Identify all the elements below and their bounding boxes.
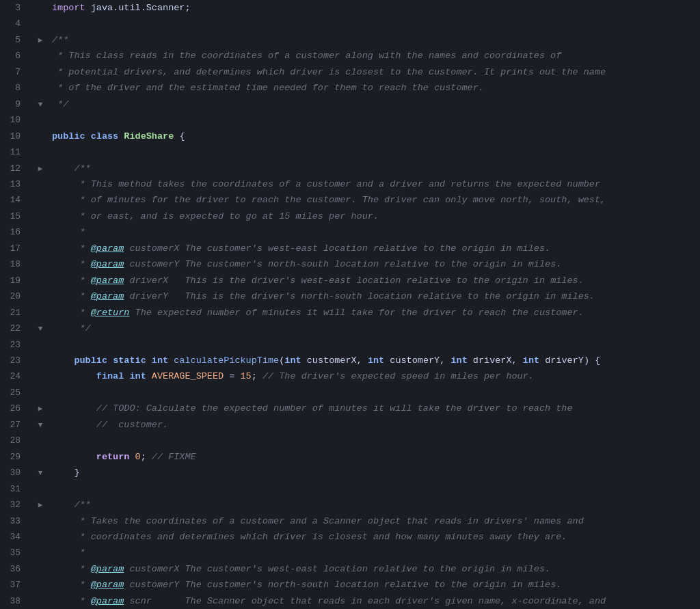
code-text-35: * Takes the coordinates of a customer an… [46, 514, 700, 529]
line-num-26: 24 [0, 369, 34, 384]
code-text-30 [46, 433, 700, 448]
line-num-14: 13 [0, 177, 34, 192]
line-num-30: 28 [0, 433, 34, 448]
code-text-24 [46, 338, 700, 353]
code-text-25: public static int calculatePickupTime(in… [46, 353, 700, 368]
fold-29[interactable]: ▼ [34, 418, 46, 433]
fold-32[interactable]: ▼ [34, 465, 46, 481]
code-text-18: * @param customerX The customer's west-e… [46, 241, 700, 256]
code-text-19: * @param customerY The customer's north-… [46, 257, 700, 272]
code-line-19: 18 * @param customerY The customer's nor… [0, 256, 700, 272]
code-line-37: 35 * [0, 545, 700, 560]
line-num-23: 22 [0, 321, 34, 336]
line-num-21: 20 [0, 289, 34, 304]
code-text-31: return 0; // FIXME [46, 450, 700, 465]
code-text-37: * [46, 545, 700, 560]
line-num-18: 17 [0, 241, 34, 256]
fold-28[interactable]: ▶ [34, 401, 46, 416]
code-text-23: */ [46, 321, 700, 336]
line-num-37: 35 [0, 545, 34, 560]
line-num-33: 31 [0, 482, 34, 497]
code-text-22: * @return The expected number of minutes… [46, 306, 700, 321]
code-text-9: */ [46, 97, 700, 112]
code-text-11: public class RideShare { [46, 129, 700, 144]
code-editor: 3 import java.util.Scanner; 4 5 ▶ /** 6 … [0, 0, 700, 609]
code-text-4 [46, 16, 700, 31]
line-num-8: 8 [0, 81, 34, 96]
code-text-5: /** [46, 33, 700, 48]
line-num-34: 32 [0, 498, 34, 513]
line-num-13: 12 [0, 161, 34, 176]
code-text-28: // TODO: Calculate the expected number o… [46, 401, 700, 416]
line-num-4: 4 [0, 16, 34, 31]
code-text-29: // customer. [46, 418, 700, 433]
code-text-36: * coordinates and determines which drive… [46, 530, 700, 545]
code-text-17: * [46, 225, 700, 240]
line-num-5: 5 [0, 33, 34, 48]
line-num-31: 29 [0, 450, 34, 465]
code-text-40: * @param scnr The Scanner object that re… [46, 594, 700, 609]
code-text-33 [46, 482, 700, 497]
code-text-16: * or east, and is expected to go at 15 m… [46, 209, 700, 224]
fold-34[interactable]: ▶ [34, 498, 46, 513]
code-line-3: 3 import java.util.Scanner; [0, 0, 700, 16]
code-line-31: 29 return 0; // FIXME [0, 449, 700, 465]
line-num-22: 21 [0, 306, 34, 321]
line-num-15: 14 [0, 193, 34, 208]
code-text-38: * @param customerX The customer's west-e… [46, 562, 700, 577]
line-num-24: 23 [0, 338, 34, 353]
code-text-8: * of the driver and the estimated time n… [46, 81, 700, 96]
code-line-34: 32 ▶ /** [0, 497, 700, 513]
fold-9[interactable]: ▼ [34, 97, 46, 112]
fold-13[interactable]: ▶ [34, 161, 46, 176]
line-num-10: 10 [0, 113, 34, 128]
line-num-9: 9 [0, 97, 34, 112]
line-num-7: 7 [0, 65, 34, 80]
code-line-12: 11 [0, 144, 700, 160]
line-num-39: 37 [0, 578, 34, 593]
line-num-40: 38 [0, 594, 34, 609]
code-text-12 [46, 145, 700, 160]
line-num-16: 15 [0, 209, 34, 224]
code-text-3: import java.util.Scanner; [46, 1, 700, 16]
code-line-30: 28 [0, 433, 700, 448]
line-num-25: 23 [0, 353, 34, 368]
code-line-16: 15 * or east, and is expected to go at 1… [0, 208, 700, 224]
code-line-25: 23 public static int calculatePickupTime… [0, 353, 700, 368]
code-line-6: 6 * This class reads in the coordinates … [0, 48, 700, 64]
code-line-8: 8 * of the driver and the estimated time… [0, 80, 700, 96]
line-num-28: 26 [0, 401, 34, 416]
code-line-7: 7 * potential drivers, and determines wh… [0, 64, 700, 80]
code-text-7: * potential drivers, and determines whic… [46, 65, 700, 80]
code-text-27 [46, 385, 700, 401]
code-line-21: 20 * @param driverY This is the driver's… [0, 288, 700, 304]
code-line-14: 13 * This method takes the coordinates o… [0, 176, 700, 192]
fold-23[interactable]: ▼ [34, 321, 46, 336]
code-text-14: * This method takes the coordinates of a… [46, 177, 700, 192]
code-text-13: /** [46, 161, 700, 176]
code-line-24: 23 [0, 337, 700, 353]
code-line-38: 36 * @param customerX The customer's wes… [0, 561, 700, 577]
code-text-21: * @param driverY This is the driver's no… [46, 289, 700, 304]
code-line-35: 33 * Takes the coordinates of a customer… [0, 513, 700, 529]
line-num-29: 27 [0, 418, 34, 433]
code-line-33: 31 [0, 481, 700, 497]
line-num-32: 30 [0, 465, 34, 481]
code-text-20: * @param driverX This is the driver's we… [46, 273, 700, 288]
code-text-39: * @param customerY The customer's north-… [46, 578, 700, 593]
code-line-32: 30 ▼ } [0, 465, 700, 481]
code-text-26: final int AVERAGE_SPEED = 15; // The dri… [46, 369, 700, 384]
code-line-10: 10 [0, 112, 700, 128]
code-line-4: 4 [0, 16, 700, 31]
line-num-17: 16 [0, 225, 34, 240]
line-num-6: 6 [0, 49, 34, 64]
code-text-34: /** [46, 498, 700, 513]
line-num-12: 11 [0, 145, 34, 160]
code-line-29: 27 ▼ // customer. [0, 417, 700, 433]
fold-5[interactable]: ▶ [34, 33, 46, 48]
code-line-18: 17 * @param customerX The customer's wes… [0, 241, 700, 256]
code-line-15: 14 * of minutes for the driver to reach … [0, 192, 700, 208]
line-num-19: 18 [0, 257, 34, 272]
code-line-28: 26 ▶ // TODO: Calculate the expected num… [0, 401, 700, 416]
code-line-23: 22 ▼ */ [0, 321, 700, 336]
